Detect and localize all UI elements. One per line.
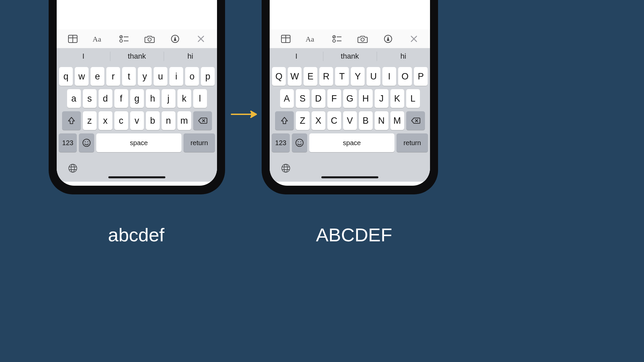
close-icon[interactable]	[406, 32, 422, 46]
shift-key[interactable]	[275, 111, 294, 130]
caption-right: ABCDEF	[316, 224, 392, 246]
space-key[interactable]: space	[309, 133, 394, 152]
markup-icon[interactable]	[380, 32, 396, 46]
key-n[interactable]: N	[375, 111, 388, 130]
key-y[interactable]: y	[138, 67, 152, 86]
close-icon[interactable]	[193, 32, 209, 46]
suggestion-1[interactable]: I	[57, 48, 110, 64]
phone-screen-left: Aa I thank hi	[57, 0, 217, 186]
keyboard-uppercase: Q W E R T Y U I O P A S D F G H	[270, 64, 430, 158]
globe-icon[interactable]	[67, 162, 79, 174]
key-m[interactable]: m	[177, 111, 191, 130]
emoji-key[interactable]	[292, 133, 307, 152]
numbers-key[interactable]: 123	[272, 133, 290, 152]
key-w[interactable]: w	[75, 67, 89, 86]
table-icon[interactable]	[278, 32, 294, 46]
home-indicator[interactable]	[108, 176, 165, 178]
key-z[interactable]: Z	[296, 111, 310, 130]
suggestion-1[interactable]: I	[270, 48, 323, 64]
keyboard-bottom-bar	[57, 158, 217, 182]
checklist-icon[interactable]	[329, 32, 345, 46]
key-r[interactable]: r	[106, 67, 120, 86]
key-v[interactable]: v	[130, 111, 144, 130]
checklist-icon[interactable]	[116, 32, 132, 46]
backspace-key[interactable]	[406, 111, 425, 130]
suggestion-3[interactable]: hi	[377, 48, 430, 64]
suggestion-2[interactable]: thank	[323, 48, 376, 64]
text-format-icon[interactable]: Aa	[303, 32, 319, 46]
svg-point-40	[284, 164, 287, 172]
key-j[interactable]: j	[162, 89, 175, 108]
key-w[interactable]: W	[288, 67, 302, 86]
key-c[interactable]: c	[114, 111, 128, 130]
key-e[interactable]: e	[91, 67, 104, 86]
key-t[interactable]: T	[335, 67, 349, 86]
key-a[interactable]: a	[67, 89, 81, 108]
svg-point-37	[298, 141, 299, 142]
key-h[interactable]: h	[146, 89, 160, 108]
key-n[interactable]: n	[162, 111, 175, 130]
svg-point-30	[361, 38, 364, 41]
key-s[interactable]: s	[83, 89, 97, 108]
camera-icon[interactable]	[142, 32, 158, 46]
emoji-key[interactable]	[79, 133, 94, 152]
key-k[interactable]: K	[390, 89, 404, 108]
home-indicator[interactable]	[321, 176, 378, 178]
key-b[interactable]: b	[146, 111, 160, 130]
key-l[interactable]: L	[406, 89, 420, 108]
key-p[interactable]: p	[201, 67, 215, 86]
key-f[interactable]: f	[114, 89, 128, 108]
key-a[interactable]: A	[280, 89, 294, 108]
shift-key[interactable]	[62, 111, 81, 130]
svg-point-8	[148, 38, 151, 41]
phone-right: Aa I thank hi	[262, 0, 438, 194]
key-t[interactable]: t	[122, 67, 136, 86]
svg-point-15	[85, 141, 86, 142]
space-key[interactable]: space	[96, 133, 181, 152]
text-input-area[interactable]	[57, 0, 217, 29]
key-z[interactable]: z	[83, 111, 97, 130]
key-d[interactable]: d	[99, 89, 112, 108]
svg-point-5	[120, 40, 122, 42]
svg-text:Aa: Aa	[93, 35, 101, 43]
key-d[interactable]: D	[312, 89, 325, 108]
numbers-key[interactable]: 123	[59, 133, 77, 152]
key-v[interactable]: V	[343, 111, 357, 130]
table-icon[interactable]	[65, 32, 81, 46]
key-s[interactable]: S	[296, 89, 310, 108]
camera-icon[interactable]	[355, 32, 371, 46]
key-o[interactable]: O	[398, 67, 412, 86]
key-y[interactable]: Y	[351, 67, 365, 86]
key-o[interactable]: o	[185, 67, 199, 86]
key-l[interactable]: l	[193, 89, 207, 108]
key-g[interactable]: G	[343, 89, 357, 108]
key-j[interactable]: J	[375, 89, 388, 108]
key-x[interactable]: x	[99, 111, 112, 130]
key-u[interactable]: u	[154, 67, 167, 86]
globe-icon[interactable]	[280, 162, 292, 174]
backspace-key[interactable]	[193, 111, 212, 130]
key-m[interactable]: M	[390, 111, 404, 130]
return-key[interactable]: return	[183, 133, 215, 152]
key-g[interactable]: g	[130, 89, 144, 108]
key-b[interactable]: B	[359, 111, 373, 130]
key-k[interactable]: k	[177, 89, 191, 108]
key-i[interactable]: I	[382, 67, 396, 86]
key-u[interactable]: U	[367, 67, 380, 86]
key-x[interactable]: X	[312, 111, 325, 130]
markup-icon[interactable]	[167, 32, 183, 46]
key-h[interactable]: H	[359, 89, 373, 108]
text-input-area[interactable]	[270, 0, 430, 29]
key-q[interactable]: q	[59, 67, 73, 86]
key-r[interactable]: R	[319, 67, 333, 86]
suggestion-3[interactable]: hi	[164, 48, 217, 64]
text-format-icon[interactable]: Aa	[90, 32, 106, 46]
return-key[interactable]: return	[396, 133, 428, 152]
suggestion-2[interactable]: thank	[110, 48, 163, 64]
key-c[interactable]: C	[327, 111, 341, 130]
key-e[interactable]: E	[304, 67, 317, 86]
key-q[interactable]: Q	[272, 67, 286, 86]
key-f[interactable]: F	[327, 89, 341, 108]
key-i[interactable]: i	[169, 67, 183, 86]
key-p[interactable]: P	[414, 67, 428, 86]
